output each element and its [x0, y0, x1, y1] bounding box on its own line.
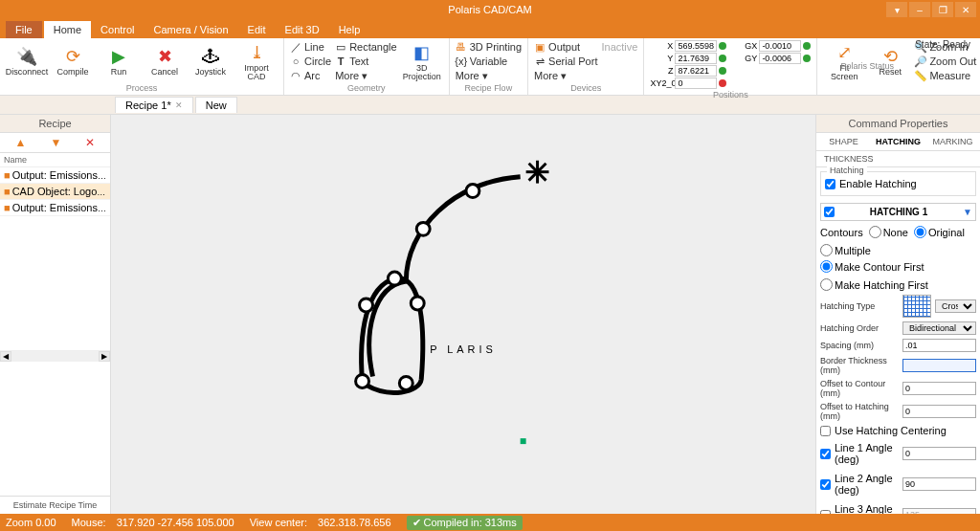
hatching-group-label: Hatching: [827, 166, 867, 175]
import-cad-button[interactable]: ⤓Import CAD: [235, 40, 278, 82]
serial-port-button[interactable]: ⇌Serial Port: [534, 55, 597, 68]
circle-button[interactable]: ○Circle: [290, 55, 331, 68]
pos-gx-input[interactable]: [759, 40, 801, 52]
polaris-status-label: Polaris Status: [840, 61, 894, 71]
offset-hatching-input[interactable]: [902, 405, 976, 418]
geometry-more-button[interactable]: More ▾: [335, 69, 397, 82]
recipe-down-button[interactable]: ▼: [50, 136, 61, 149]
doc-tab-new[interactable]: New: [195, 97, 237, 113]
disconnect-button[interactable]: 🔌Disconnect: [6, 40, 48, 82]
menu-bar: File Home Control Camera / Vision Edit E…: [0, 19, 980, 38]
tab-thickness[interactable]: THICKNESS: [816, 151, 881, 166]
win-close-button[interactable]: ✕: [955, 2, 976, 17]
hatching-type-select[interactable]: Cross: [935, 299, 976, 313]
cancel-button[interactable]: ✖Cancel: [144, 40, 186, 82]
circle-icon: ○: [290, 55, 301, 67]
line2-angle-input[interactable]: [902, 477, 976, 491]
status-zoom: Zoom 0.00: [6, 517, 56, 528]
recipe-item[interactable]: ■CAD Object: LogoCropped.dxf: [0, 184, 110, 200]
make-contour-first-radio[interactable]: [820, 260, 833, 273]
import-icon: ⤓: [246, 42, 267, 63]
pos-z-input[interactable]: [675, 65, 717, 77]
hatching1-header[interactable]: HATCHING 1 ▼: [820, 203, 976, 221]
tab-marking[interactable]: MARKING: [925, 133, 980, 150]
menu-home[interactable]: Home: [44, 21, 91, 38]
canvas-viewport[interactable]: P LARIS: [111, 115, 815, 514]
scrollbar-track[interactable]: [11, 351, 99, 362]
pos-gy-input[interactable]: [759, 53, 801, 64]
output-button[interactable]: ▣Output: [534, 40, 597, 54]
pos-x-input[interactable]: [675, 40, 717, 52]
printer-icon: 🖶: [456, 41, 467, 53]
svg-point-10: [356, 375, 369, 388]
status-light-icon: [719, 79, 726, 87]
text-button[interactable]: TText: [335, 55, 397, 68]
recipe-delete-button[interactable]: ✕: [85, 136, 95, 149]
scroll-right-button[interactable]: ▶: [99, 351, 110, 362]
line1-checkbox[interactable]: [820, 449, 831, 459]
pos-y-input[interactable]: [675, 53, 717, 64]
close-tab-icon[interactable]: ✕: [175, 100, 183, 110]
recipe-up-button[interactable]: ▲: [15, 136, 27, 149]
status-light-icon: [803, 55, 811, 62]
hatching-order-select[interactable]: Bidirectional: [902, 321, 976, 335]
menu-control[interactable]: Control: [91, 21, 144, 38]
measure-button[interactable]: 📏Measure: [915, 69, 976, 82]
chevron-down-icon: ▼: [963, 207, 972, 217]
serial-icon: ⇌: [534, 55, 546, 68]
pos-xy2-input[interactable]: [675, 77, 717, 89]
recipeflow-more-button[interactable]: More ▾: [456, 69, 522, 82]
line-button[interactable]: ／Line: [290, 40, 331, 54]
doc-tabstrip: Recipe 1*✕ New: [0, 96, 980, 115]
ribbon-collapse-button[interactable]: ˆ: [971, 59, 974, 70]
estimate-time-button[interactable]: Estimate Recipe Time: [0, 496, 110, 514]
group-view-label: View: [823, 82, 980, 93]
arc-button[interactable]: ◠Arc: [290, 69, 331, 82]
joystick-button[interactable]: 🕹Joystick: [189, 40, 232, 82]
group-recipeflow-label: Recipe Flow: [456, 82, 522, 93]
status-light-icon: [719, 55, 726, 62]
zoom-out-button[interactable]: 🔎Zoom Out: [915, 55, 976, 68]
contours-none-radio[interactable]: [869, 226, 881, 238]
devices-more-button[interactable]: More ▾: [534, 69, 597, 82]
contours-original-radio[interactable]: [914, 226, 926, 238]
menu-file[interactable]: File: [6, 21, 42, 38]
scroll-left-button[interactable]: ◀: [0, 351, 11, 362]
use-centering-checkbox[interactable]: [820, 426, 831, 436]
rectangle-icon: ▭: [335, 41, 346, 54]
enable-hatching-checkbox[interactable]: [825, 179, 835, 189]
tab-hatching[interactable]: HATCHING: [871, 133, 925, 150]
title-bar: Polaris CAD/CAM ▾ – ❐ ✕: [0, 0, 980, 19]
run-button[interactable]: ▶Run: [98, 40, 140, 82]
recipe-item[interactable]: ■Output: Emissions Enable: [0, 167, 110, 184]
status-light-icon: [803, 42, 811, 50]
compile-button[interactable]: ⟳Compile: [52, 40, 94, 82]
group-devices-label: Devices: [534, 82, 637, 93]
svg-point-7: [466, 185, 479, 198]
menu-camera[interactable]: Camera / Vision: [145, 21, 238, 38]
win-restore-button[interactable]: ❐: [932, 2, 953, 17]
offset-contour-input[interactable]: [902, 382, 976, 395]
recipe-panel: Recipe ▲ ▼ ✕ Name ■Output: Emissions Ena…: [0, 115, 111, 514]
variable-button[interactable]: {x}Variable: [456, 55, 522, 68]
menu-edit[interactable]: Edit: [238, 21, 276, 38]
win-minimize-button[interactable]: –: [909, 2, 930, 17]
hatching1-enable-checkbox[interactable]: [824, 207, 835, 217]
menu-help[interactable]: Help: [329, 21, 370, 38]
line2-checkbox[interactable]: [820, 479, 831, 490]
measure-icon: 📏: [915, 70, 926, 82]
3d-printing-button[interactable]: 🖶3D Printing: [456, 40, 522, 54]
make-hatching-first-radio[interactable]: [820, 278, 833, 291]
doc-tab-recipe1[interactable]: Recipe 1*✕: [115, 97, 193, 113]
recipe-item[interactable]: ■Output: Emissions Disable: [0, 200, 110, 216]
tab-shape[interactable]: SHAPE: [816, 133, 871, 150]
spacing-input[interactable]: [902, 339, 976, 352]
line1-angle-input[interactable]: [902, 447, 976, 460]
state-label: State: Ready: [915, 39, 970, 50]
contours-multiple-radio[interactable]: [820, 244, 833, 256]
3d-projection-button[interactable]: ◧3D Projection: [401, 40, 443, 82]
rectangle-button[interactable]: ▭Rectangle: [335, 40, 397, 54]
border-thickness-input[interactable]: [902, 359, 976, 372]
menu-edit3d[interactable]: Edit 3D: [276, 21, 329, 38]
win-extra-button[interactable]: ▾: [886, 2, 907, 17]
